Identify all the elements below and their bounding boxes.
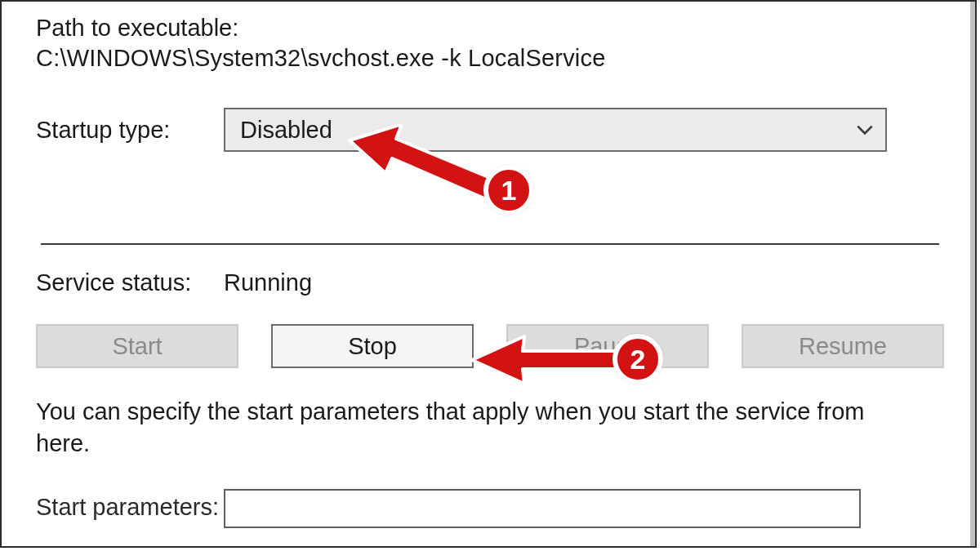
stop-button[interactable]: Stop: [271, 324, 474, 368]
start-parameters-label: Start parameters:: [36, 489, 224, 521]
divider: [41, 243, 939, 245]
service-properties-panel: Path to executable: C:\WINDOWS\System32\…: [0, 0, 977, 548]
pause-button: Pause: [506, 324, 709, 368]
start-parameters-input[interactable]: [224, 489, 861, 528]
start-params-description: You can specify the start parameters tha…: [36, 396, 902, 460]
path-value: C:\WINDOWS\System32\svchost.exe -k Local…: [36, 45, 944, 72]
start-button: Start: [36, 324, 238, 368]
resume-button: Resume: [742, 324, 944, 368]
path-label: Path to executable:: [36, 15, 944, 42]
startup-type-label: Startup type:: [36, 117, 224, 144]
service-status-label: Service status:: [36, 269, 224, 296]
chevron-down-icon: [854, 119, 875, 140]
startup-type-selected: Disabled: [240, 117, 332, 144]
startup-type-dropdown[interactable]: Disabled: [224, 108, 887, 152]
service-status-value: Running: [224, 269, 312, 296]
